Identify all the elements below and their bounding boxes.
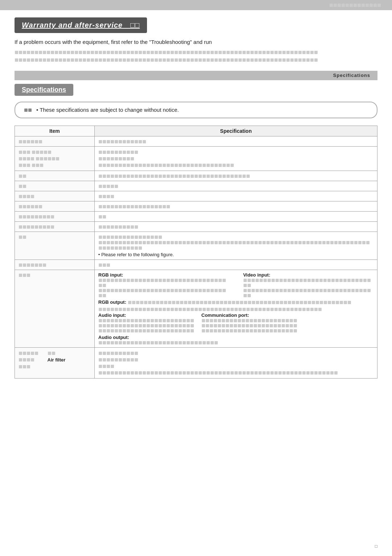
last-spec-sub1 [98,350,373,356]
page-number: □ [375,544,377,549]
rgb-input-section: RGB input: [98,272,229,298]
last-spec-table [98,350,373,376]
spec-label-bar-text: Specifications [333,73,370,78]
rgb-output-jp2 [98,306,373,312]
table-row: Air filter [15,347,377,378]
spec-cell [94,136,377,146]
table-row [19,155,91,162]
rgb-output-jp [128,300,351,305]
last-item-sub3 [19,363,91,370]
rgb-input-label: RGB input: [98,272,123,278]
table-row [98,356,373,363]
spec-cell [94,221,377,232]
video-input-label: Video input: [243,272,270,278]
connector-row-1: RGB input: Video input: [98,272,373,298]
sub-spec-cell [98,162,373,168]
spec-banner: Specifications [15,84,73,96]
spec-refer: • Please refer to the following figure. [98,252,373,257]
notice-box: • These specifications are subject to ch… [15,102,377,118]
table-row: RGB input: Video input: [15,270,377,347]
spec-cell [94,201,377,211]
audio-input-jp2 [98,323,194,328]
audio-output-section: Audio output: [98,335,373,345]
warranty-title: Warranty and after-service □□ [22,21,140,29]
last-item-outer [19,350,48,356]
table-row [15,171,377,181]
comm-port-section: Communication port: [201,312,297,333]
sub-item-label [19,162,91,168]
sub-spec-cell [98,149,373,155]
table-row [98,155,373,162]
video-input-section: Video input: [243,272,373,298]
spec-cell-complex: RGB input: Video input: [94,270,377,347]
sub-item-label [19,155,91,162]
rgb-output-section: RGB output: [98,299,373,305]
audio-output-jp [98,340,373,345]
warranty-description: If a problem occurs with the equipment, … [15,38,377,46]
spec-cell: • Please refer to the following figure. [94,232,377,259]
spec-cell [94,181,377,191]
warranty-banner: Warranty and after-service □□ [15,17,147,33]
comm-port-jp1 [201,318,297,323]
table-row: • Please refer to the following figure. [15,232,377,259]
specs-table: Item Specification [15,126,377,379]
video-input-jp [243,278,373,288]
spec-cell [94,146,377,171]
specs-section: Specifications • These specifications ar… [15,80,377,379]
rgb-output-label: RGB output: [98,299,126,305]
item-cell [15,221,95,232]
nested-item-label-table [19,149,91,168]
item-cell [15,232,95,259]
table-row [15,259,377,270]
item-cell [15,181,95,191]
item-cell [15,270,95,347]
spec-label-bar: Specifications [15,71,377,80]
table-row [15,136,377,146]
last-spec-sub2 [98,356,373,363]
audio-input-jp3 [98,328,194,333]
page-wrapper: Warranty and after-service □□ If a probl… [0,0,392,556]
table-row [19,162,91,168]
content-area: Warranty and after-service □□ If a probl… [0,10,392,400]
audio-output-label: Audio output: [98,335,129,340]
last-item-table: Air filter [19,350,91,370]
item-cell [15,171,95,181]
table-row [15,191,377,201]
table-row [15,181,377,191]
item-cell [15,136,95,146]
spec-line [98,234,373,240]
audio-input-jp1 [98,318,194,323]
last-spec-airfilter [98,363,373,369]
sub-spec-cell [98,155,373,162]
top-bar-text [329,3,381,8]
notice-icon [24,107,32,113]
warranty-jp-line1 [15,49,377,57]
col-item-header: Item [15,126,95,136]
sub-item-label [19,149,91,155]
item-cell: Air filter [15,347,95,378]
air-filter-label: Air filter [48,356,91,363]
spec-cell-last [94,347,377,378]
rgb-input-jp2 [98,288,229,298]
last-spec-sub4 [98,369,373,376]
comm-port-jp3 [201,328,297,333]
table-row [98,363,373,369]
last-item-sub1 [48,350,91,356]
spec-line2 [98,240,373,250]
nested-spec-table [98,149,373,168]
item-cell [15,201,95,211]
comm-port-label: Communication port: [201,312,249,318]
table-row [98,350,373,356]
spec-title: Specifications [22,86,66,93]
table-row [19,149,91,155]
table-row [19,363,91,370]
item-cell [15,191,95,201]
col-spec-header: Specification [94,126,377,136]
table-row [15,146,377,171]
connector-row-3: Audio input: [98,312,373,333]
item-cell [15,146,95,171]
table-row [98,149,373,155]
table-row [15,211,377,221]
table-row [98,369,373,376]
video-input-jp2 [243,288,373,298]
